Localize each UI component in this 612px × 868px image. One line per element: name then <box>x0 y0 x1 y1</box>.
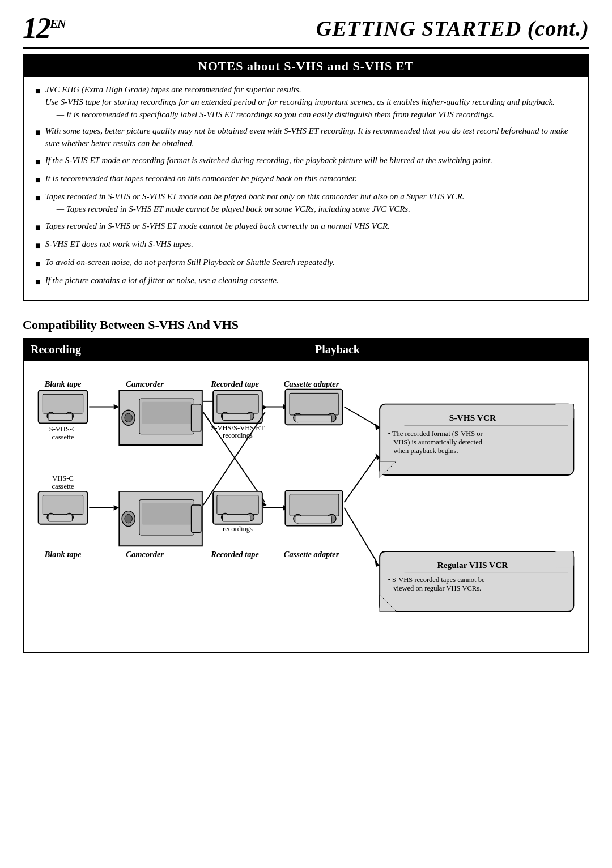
svg-text:• S-VHS recorded tapes cannot : • S-VHS recorded tapes cannot be <box>388 576 485 584</box>
svg-rect-46 <box>42 495 83 515</box>
list-item: ■ It is recommended that tapes recorded … <box>35 173 577 186</box>
svg-text:Regular VHS VCR: Regular VHS VCR <box>437 560 509 570</box>
svg-text:• The recorded format (S-VHS o: • The recorded format (S-VHS or <box>388 430 483 438</box>
svg-marker-51 <box>114 505 120 511</box>
svg-rect-34 <box>295 415 332 422</box>
svg-rect-8 <box>48 414 72 421</box>
svg-rect-66 <box>223 515 250 522</box>
notes-box: NOTES about S-VHS and S-VHS ET ■ JVC EHG… <box>23 54 589 301</box>
diagram-header-row: Recording Playback <box>24 339 588 361</box>
svg-rect-70 <box>290 494 339 516</box>
diagram-box: Recording Playback Blank tape Camcorder … <box>23 338 589 653</box>
svg-rect-49 <box>48 515 72 522</box>
bullet-icon: ■ <box>35 155 41 168</box>
svg-rect-17 <box>142 402 192 424</box>
bullet-icon: ■ <box>35 221 41 234</box>
svg-rect-22 <box>217 395 258 414</box>
header-title: GETTING STARTED (cont.) <box>316 16 589 41</box>
svg-text:Cassette adapter: Cassette adapter <box>284 550 339 559</box>
svg-rect-5 <box>42 395 83 414</box>
list-item: ■ JVC EHG (Extra High Grade) tapes are r… <box>35 84 577 121</box>
list-item: ■ If the S-VHS ET mode or recording form… <box>35 155 577 168</box>
svg-text:S-VHS VCR: S-VHS VCR <box>449 413 496 422</box>
svg-rect-18 <box>192 404 201 431</box>
svg-marker-12 <box>114 404 120 410</box>
svg-line-76 <box>344 456 377 503</box>
bullet-icon: ■ <box>35 191 41 204</box>
bullet-icon: ■ <box>35 275 41 288</box>
svg-text:VHS) is automatically detected: VHS) is automatically detected <box>393 438 482 446</box>
svg-text:viewed on regular VHS VCRs.: viewed on regular VHS VCRs. <box>393 585 481 593</box>
svg-text:cassette: cassette <box>52 434 74 442</box>
notes-title: NOTES about S-VHS and S-VHS ET <box>24 55 588 77</box>
svg-text:Camcorder: Camcorder <box>126 550 164 559</box>
page-header: 12EN GETTING STARTED (cont.) <box>23 11 589 49</box>
svg-text:Blank tape: Blank tape <box>44 379 82 388</box>
svg-rect-63 <box>217 495 258 515</box>
page-number: 12EN <box>23 11 65 45</box>
svg-text:VHS-C: VHS-C <box>52 474 74 482</box>
svg-rect-80 <box>555 404 574 421</box>
svg-rect-31 <box>290 394 339 416</box>
compat-title: Compatibility Between S-VHS And VHS <box>23 318 589 332</box>
svg-point-54 <box>125 515 132 523</box>
svg-text:Cassette adapter: Cassette adapter <box>284 379 339 388</box>
list-item: ■ Tapes recorded in S-VHS or S-VHS ET mo… <box>35 191 577 216</box>
svg-line-35 <box>344 407 377 426</box>
svg-line-74 <box>344 508 377 562</box>
svg-marker-75 <box>375 561 380 567</box>
svg-rect-25 <box>223 414 250 421</box>
bullet-icon: ■ <box>35 84 41 97</box>
svg-rect-56 <box>142 503 192 525</box>
list-item: ■ With some tapes, better picture qualit… <box>35 125 577 150</box>
svg-text:Recorded tape: Recorded tape <box>210 550 259 559</box>
playback-label: Playback <box>306 339 588 360</box>
svg-text:S-VHS-C: S-VHS-C <box>49 425 77 433</box>
svg-rect-57 <box>192 505 201 532</box>
notes-list: ■ JVC EHG (Extra High Grade) tapes are r… <box>35 84 577 288</box>
list-item: ■ S-VHS ET does not work with S-VHS tape… <box>35 238 577 252</box>
list-item: ■ To avoid on-screen noise, do not perfo… <box>35 256 577 270</box>
notes-content: ■ JVC EHG (Extra High Grade) tapes are r… <box>24 77 588 300</box>
svg-text:when playback begins.: when playback begins. <box>393 447 458 455</box>
svg-text:Recorded tape: Recorded tape <box>210 379 259 388</box>
compat-section: Compatibility Between S-VHS And VHS Reco… <box>23 318 589 653</box>
bullet-icon: ■ <box>35 239 41 252</box>
recording-label: Recording <box>24 339 306 360</box>
svg-text:Camcorder: Camcorder <box>126 379 164 388</box>
svg-text:cassette: cassette <box>52 482 74 490</box>
bullet-icon: ■ <box>35 173 41 186</box>
svg-point-15 <box>125 413 132 422</box>
list-item: ■ Tapes recorded in S-VHS or S-VHS ET mo… <box>35 220 577 234</box>
svg-text:recordings: recordings <box>223 525 253 533</box>
bullet-icon: ■ <box>35 126 41 139</box>
bullet-icon: ■ <box>35 257 41 270</box>
compatibility-diagram: Blank tape Camcorder Recorded tape Casse… <box>33 366 579 644</box>
svg-rect-73 <box>295 516 332 524</box>
list-item: ■ If the picture contains a lot of jitte… <box>35 275 577 288</box>
svg-rect-89 <box>555 551 574 568</box>
svg-text:Blank tape: Blank tape <box>44 550 82 559</box>
diagram-content: Blank tape Camcorder Recorded tape Casse… <box>24 361 588 652</box>
